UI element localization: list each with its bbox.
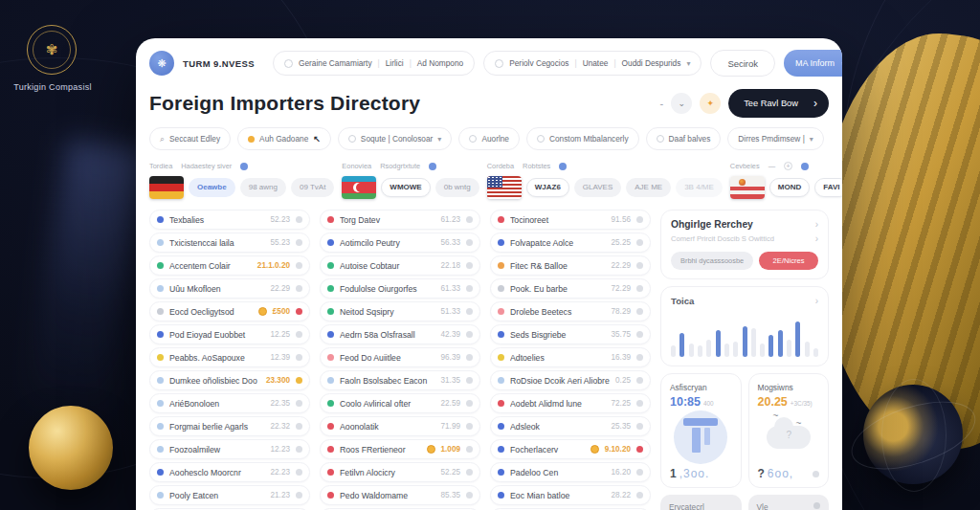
country-tab[interactable]: WMOWE — [381, 178, 430, 197]
promo-secondary-button[interactable]: Brbhi dycasssoosbe — [671, 252, 753, 270]
bullet-icon — [157, 400, 164, 407]
filter-pill[interactable]: Dirres Pmdimsew |▾ — [727, 127, 823, 150]
sparkle-button[interactable]: ✦ — [700, 93, 721, 114]
table-row[interactable]: Aoohesclo Moorcnr22.23 — [149, 462, 310, 482]
row-value: 55.23 — [271, 238, 291, 247]
info-card-left[interactable]: Asfiscryan 10:85 400 1 ,3oo. — [660, 373, 742, 488]
table-row[interactable]: Feod Do Auiitlee96.39 — [320, 347, 480, 367]
table-row[interactable]: Fetilvn Alocicry52.25 — [320, 462, 480, 482]
row-label: Fitec R& Balloe — [510, 261, 606, 271]
chevron-right-icon[interactable]: › — [815, 233, 818, 244]
nav-item[interactable]: Ouddi Despurids — [622, 58, 681, 68]
row-status-dot — [636, 285, 643, 292]
table-row[interactable]: Torg Datev61.23 — [320, 210, 480, 230]
table-row[interactable]: Foozoalmilew12.23 — [149, 439, 310, 459]
table-row[interactable]: Peabbs. AoSapouxe12.39 — [149, 347, 310, 367]
table-row[interactable]: Eocd Oecligytsod£500 — [149, 301, 310, 322]
footer-card-right[interactable]: Vle — [748, 495, 830, 510]
table-row[interactable]: Aoonolatik71.99 — [320, 416, 480, 436]
row-status-dot — [466, 400, 473, 407]
country-tab[interactable]: FAVI — [814, 178, 842, 197]
info-icon[interactable] — [801, 163, 809, 170]
table-row[interactable]: Fitec R& Balloe22.29 — [490, 255, 651, 276]
bullet-icon — [498, 331, 504, 338]
primary-action-button[interactable]: MA Inform ⚙ A4 ♡ — [784, 50, 842, 77]
table-row[interactable]: Folvapatce Aolce25.25 — [490, 233, 651, 253]
table-row[interactable]: Autoise Cobtaur22.18 — [320, 255, 480, 276]
nav-item[interactable]: Unatee — [583, 58, 609, 68]
table-row[interactable]: Aotimcilo Peutry56.33 — [320, 233, 480, 253]
nav-item[interactable]: Geraine Camamiarty — [299, 58, 372, 68]
table-row[interactable]: Txicistenccai laila55.23 — [149, 233, 310, 253]
info-icon[interactable] — [559, 163, 567, 170]
nav-item[interactable]: Lirlici — [386, 58, 404, 68]
chevron-right-icon[interactable]: › — [815, 219, 818, 230]
plus-circle-icon[interactable]: + — [784, 162, 792, 170]
info-icon[interactable] — [429, 163, 436, 170]
table-row[interactable]: Faoln Bsolsabec Eacon31.35 — [320, 370, 480, 390]
table-row[interactable]: Tocinoreet91.56 — [490, 210, 651, 230]
promo-card[interactable]: Ohgirlge Rerchey › Comerf Prircit Doscib… — [660, 210, 829, 279]
country-tab[interactable]: AJE ME — [626, 178, 671, 197]
table-row[interactable]: Forgmai berlie Agarls22.32 — [149, 416, 310, 436]
nav-item[interactable]: Periolv Cegocios — [509, 58, 568, 68]
nav-pill-primary[interactable]: Geraine Camamiarty|Lirlici|Ad Nompono — [273, 51, 475, 76]
table-row[interactable]: Coolo Avlirical ofter22.59 — [320, 393, 480, 413]
table-row[interactable]: Pod Eioyad Euobbet12.25 — [149, 324, 310, 344]
filter-pill[interactable]: ⌕Seccaut Edley — [149, 127, 231, 150]
group-eyebrow: Hadaestey siver — [181, 162, 232, 170]
table-row[interactable]: Neitod Sqsipry51.33 — [320, 301, 480, 322]
country-tab[interactable]: 98 awng — [240, 178, 286, 197]
country-tab[interactable]: 3B 4/ME — [676, 178, 723, 197]
app-logo-icon[interactable]: ❋ — [149, 51, 174, 76]
table-row[interactable]: Pedo Waldomame85.35 — [320, 485, 480, 505]
table-row[interactable]: Padeloo Cen16.20 — [490, 462, 651, 482]
country-tab[interactable]: 09 TvAt — [291, 178, 334, 197]
table-row[interactable]: AriéBonoloen22.35 — [149, 393, 310, 413]
table-row[interactable]: Pooly Eatcen21.23 — [149, 485, 310, 505]
dark-cta-button[interactable]: Tee Ravl Bow › — [728, 89, 829, 118]
table-row[interactable]: Focherlacerv9.10.20 — [490, 439, 651, 459]
filter-pill[interactable]: Auorlne — [458, 127, 520, 150]
country-tab[interactable]: WJAZ6 — [526, 178, 569, 197]
search-button[interactable]: Secirok — [710, 50, 775, 77]
table-row[interactable]: Roos FRertieneor1.009 — [320, 439, 480, 459]
filter-pill[interactable]: Constom Mtbalancerly — [526, 127, 639, 150]
country-tab[interactable]: 0b wntg — [435, 178, 479, 197]
table-row[interactable]: Adtoelies16.39 — [490, 347, 651, 367]
table-row[interactable]: Aodebt Alidmd lune72.25 — [490, 393, 651, 413]
table-row[interactable]: Uûu Mkofloen22.29 — [149, 278, 310, 299]
flag-us-icon — [487, 176, 522, 199]
filter-pill[interactable]: Daaf balves — [646, 127, 722, 150]
promo-primary-button[interactable]: 2E/Nicres — [759, 252, 818, 270]
bullet-icon — [498, 285, 504, 292]
nav-item[interactable]: Ad Nompono — [417, 58, 463, 68]
importer-list-usa: Tocinoreet91.56Folvapatce Aolce25.25Fite… — [490, 210, 651, 510]
row-value: 12.39 — [271, 353, 291, 362]
table-row[interactable]: Texbalies52.23 — [149, 210, 310, 230]
row-value: 51.33 — [441, 307, 461, 316]
table-row[interactable]: Fodulolse Oiurgorfes61.33 — [320, 278, 480, 299]
table-row[interactable]: Adsleok25.35 — [490, 416, 651, 436]
country-tab[interactable]: GLAVES — [574, 178, 621, 197]
table-row[interactable]: Drolebe Beetecs78.29 — [490, 301, 651, 322]
collapse-button[interactable]: ⌄ — [671, 93, 692, 114]
table-row[interactable]: Seds Bisgriebe35.75 — [490, 324, 651, 344]
table-row[interactable]: Eoc Mian batloe28.22 — [490, 485, 651, 505]
chevron-right-icon[interactable]: › — [815, 296, 818, 306]
table-row[interactable]: Accentem Colair21.1.0.20 — [149, 255, 310, 276]
table-row[interactable]: Pook. Eu barbe72.29 — [490, 278, 651, 299]
table-row[interactable]: Dumkee oñolisbiec Doo23.300 — [149, 370, 310, 390]
footer-card-left[interactable]: Ervcatecrl — [660, 495, 742, 510]
table-row[interactable]: Aedrn 58a Olsfrasall42.39 — [320, 324, 480, 344]
table-row[interactable]: RoDsioe Dcoik Aeri Aliobre0.25 — [490, 370, 651, 390]
info-card-right[interactable]: Mogsiwns 20.25 +3C/35) ~ ~ ? ? 6oo, — [748, 373, 830, 488]
stats-chart-card[interactable]: Toica › — [660, 286, 829, 366]
country-tab[interactable]: Oeawbe — [189, 178, 235, 197]
filter-pill[interactable]: Soqute | Conolosoar▾ — [338, 127, 453, 150]
filter-pill[interactable]: Auh Gadoane↖ — [237, 127, 331, 150]
country-tab[interactable]: MOND — [769, 178, 810, 197]
importer-list-germany: Texbalies52.23Txicistenccai laila55.23Ac… — [149, 210, 310, 510]
nav-pill-secondary[interactable]: Periolv Cegocios|Unatee|Ouddi Despurids▾ — [483, 51, 702, 76]
info-icon[interactable] — [240, 163, 248, 170]
